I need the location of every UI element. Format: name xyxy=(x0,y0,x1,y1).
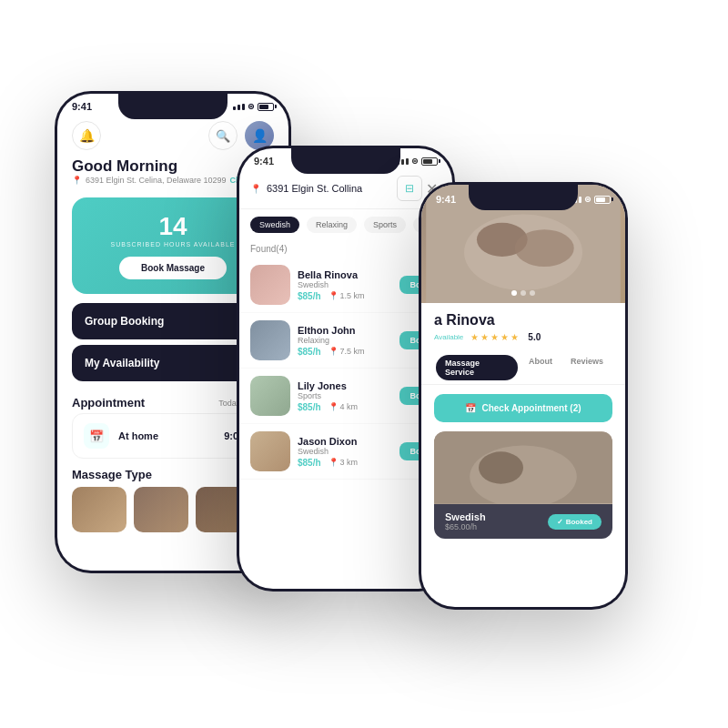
battery-icon xyxy=(258,103,274,111)
star-5: ★ xyxy=(511,332,519,342)
tag-swedish[interactable]: Swedish xyxy=(250,217,299,233)
service-illustration xyxy=(434,431,612,504)
massage-thumb-2[interactable] xyxy=(134,487,188,532)
phone-2-header: 📍 6391 Elgin St. Collina ⊟ ✕ xyxy=(239,170,452,209)
service-info-bar: Swedish $65.00/h ✓ Booked xyxy=(434,504,612,539)
therapist-type-1: Swedish xyxy=(298,280,392,289)
phone-1-status-icons: ⊜ xyxy=(233,102,274,111)
therapist-name-2: Elthon John xyxy=(298,325,392,336)
therapist-dist-2: 📍 7.5 km xyxy=(329,347,365,356)
hours-number: 14 xyxy=(86,212,259,241)
location-text: 6391 Elgin St. Celina, Delaware 10299 xyxy=(86,176,227,185)
star-2: ★ xyxy=(480,332,489,342)
appointment-location: At home xyxy=(118,430,215,441)
therapist-profile-info: a Rinova Available ★ ★ ★ ★ ★ 5.0 xyxy=(421,303,625,351)
hours-label: SUBSCRIBED HOURS AVAILABLE xyxy=(86,241,259,248)
check-appointment-button[interactable]: 📅 Check Appointment (2) xyxy=(434,394,612,422)
therapist-price-3: $85/h xyxy=(298,402,321,412)
therapist-name-1: Bella Rinova xyxy=(298,269,392,280)
phone-1-time: 9:41 xyxy=(72,101,92,112)
therapist-photo-3 xyxy=(250,376,290,416)
star-4: ★ xyxy=(500,332,509,342)
therapist-meta-3: $85/h 📍 4 km xyxy=(298,402,392,412)
appointment-details: At home xyxy=(118,430,215,441)
service-image xyxy=(434,431,612,504)
therapist-info-1: Bella Rinova Swedish $85/h 📍 1.5 km xyxy=(298,269,392,301)
check-appointment-label: Check Appointment (2) xyxy=(481,403,581,413)
star-1: ★ xyxy=(470,332,479,342)
star-3: ★ xyxy=(490,332,499,342)
book-massage-button[interactable]: Book Massage xyxy=(119,257,227,279)
massage-thumb-1[interactable] xyxy=(72,487,126,532)
therapist-dist-3: 📍 4 km xyxy=(329,402,359,411)
search-button[interactable]: 🔍 xyxy=(208,121,238,150)
therapist-photo-2 xyxy=(250,320,290,360)
phone-3-notch xyxy=(469,185,578,210)
appointment-title: Appointment xyxy=(72,396,145,410)
tab-massage-service[interactable]: Massage Service xyxy=(436,355,518,380)
calendar-check-icon: 📅 xyxy=(465,403,476,413)
location-icon-1: 📍 xyxy=(329,291,339,300)
location-icon-2: 📍 xyxy=(329,347,339,356)
svg-point-6 xyxy=(479,451,523,483)
therapist-info-2: Elthon John Relaxing $85/h 📍 7.5 km xyxy=(298,325,392,357)
therapist-type-2: Relaxing xyxy=(298,336,392,345)
therapist-name-3: Lily Jones xyxy=(298,380,392,391)
rating-stars: ★ ★ ★ ★ ★ xyxy=(470,332,519,342)
signal-icon xyxy=(233,104,245,110)
therapist-meta-4: $85/h 📍 3 km xyxy=(298,458,392,468)
phone-1-notch xyxy=(118,94,228,119)
therapist-photo-1 xyxy=(250,265,290,305)
filter-button[interactable]: ⊟ xyxy=(397,176,422,201)
phone-2-notch xyxy=(291,148,400,174)
phone-3-time: 9:41 xyxy=(436,194,456,205)
therapist-price-2: $85/h xyxy=(298,347,321,357)
map-pin-icon: 📍 xyxy=(250,184,261,194)
group-booking-label: Group Booking xyxy=(85,315,164,328)
therapist-dist-1: 📍 1.5 km xyxy=(329,291,365,300)
phone-2-time: 9:41 xyxy=(254,156,274,167)
phone-2-battery-icon xyxy=(421,157,438,166)
location-pin-icon: 📍 xyxy=(72,176,82,185)
therapist-price-4: $85/h xyxy=(298,458,321,468)
dot-3 xyxy=(530,290,535,296)
service-price: $65.00/h xyxy=(445,522,486,531)
service-details: Swedish $65.00/h xyxy=(445,511,486,531)
location-bar: 📍 6391 Elgin St. Collina xyxy=(250,183,397,194)
service-card[interactable]: Swedish $65.00/h ✓ Booked xyxy=(434,431,612,539)
therapist-type-3: Sports xyxy=(298,391,392,400)
my-availability-label: My Availability xyxy=(85,357,159,369)
tag-relaxing[interactable]: Relaxing xyxy=(307,217,357,233)
bell-button[interactable]: 🔔 xyxy=(72,121,101,150)
image-dots xyxy=(511,290,535,296)
tab-reviews[interactable]: Reviews xyxy=(561,351,612,384)
phone-2-wifi-icon: ⊜ xyxy=(411,157,419,166)
booked-badge: ✓ Booked xyxy=(548,514,602,530)
svg-point-3 xyxy=(515,229,574,267)
phone-3-wifi-icon: ⊜ xyxy=(584,195,592,204)
therapist-name-4: Jason Dixon xyxy=(298,436,392,447)
therapist-profile-name: a Rinova xyxy=(434,312,612,329)
therapist-price-1: $85/h xyxy=(298,291,321,301)
wifi-icon: ⊜ xyxy=(248,102,255,111)
therapist-dist-4: 📍 3 km xyxy=(329,458,359,467)
phone-3-battery-icon xyxy=(594,196,611,204)
profile-tabs: Massage Service About Reviews xyxy=(421,351,625,385)
phone-2-icons: ⊜ xyxy=(397,157,438,166)
therapist-meta-2: $85/h 📍 7.5 km xyxy=(298,347,392,357)
tag-sports[interactable]: Sports xyxy=(364,217,406,233)
therapist-info-3: Lily Jones Sports $85/h 📍 4 km xyxy=(298,380,392,412)
therapist-info-4: Jason Dixon Swedish $85/h 📍 3 km xyxy=(298,436,392,468)
tab-about[interactable]: About xyxy=(520,351,561,384)
dot-2 xyxy=(521,290,526,296)
phone-3: 9:41 ⊜ a Rinova Available xyxy=(419,182,628,610)
therapist-type-4: Swedish xyxy=(298,447,392,456)
availability-badge: Available xyxy=(434,333,463,341)
rating-value: 5.0 xyxy=(528,332,541,342)
therapist-photo-4 xyxy=(250,431,290,471)
appointment-icon: 📅 xyxy=(84,423,109,449)
availability-row: Available ★ ★ ★ ★ ★ 5.0 xyxy=(434,332,612,342)
location-icon-3: 📍 xyxy=(329,402,339,411)
search-location-text: 6391 Elgin St. Collina xyxy=(267,183,362,194)
dot-1 xyxy=(511,290,517,296)
